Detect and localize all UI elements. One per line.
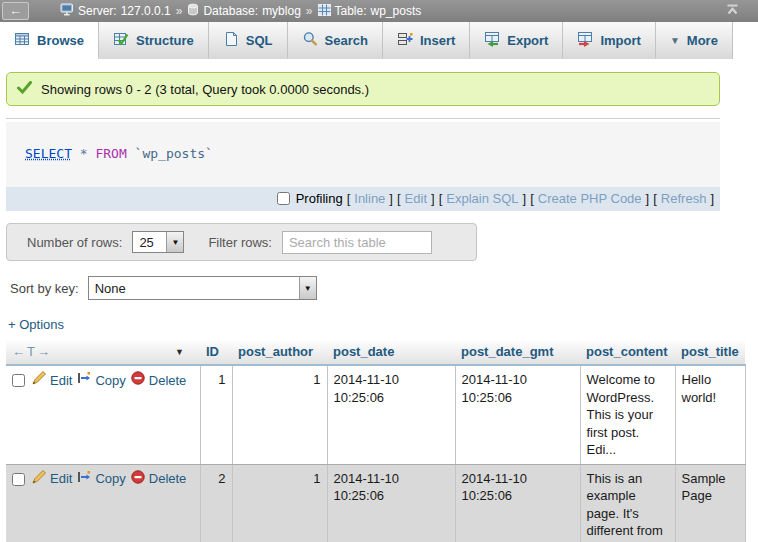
breadcrumb-database-link[interactable]: Database: myblog [187, 3, 300, 19]
sort-by-key-row: Sort by key: None ▼ [10, 276, 758, 300]
column-header-post-title: post_title [675, 339, 745, 365]
collapse-panel-button[interactable] [725, 3, 740, 19]
pencil-icon [32, 470, 46, 489]
column-header-id: ID [200, 339, 232, 365]
table-header-row: ←T→ ▼ ID post_author post_date post_date… [6, 339, 745, 365]
create-php-code-link[interactable]: Create PHP Code [538, 191, 642, 206]
header-dropdown-icon[interactable]: ▼ [175, 347, 184, 357]
collapse-icon [725, 3, 740, 19]
search-icon [302, 31, 318, 50]
breadcrumb-server-value: 127.0.0.1 [121, 4, 171, 18]
column-header-post-content: post_content [580, 339, 675, 365]
cell-post-content: Welcome to WordPress. This is your first… [580, 365, 675, 464]
bracket: [ [397, 191, 401, 206]
delete-row-link[interactable]: Delete [131, 371, 187, 390]
export-icon [484, 31, 500, 50]
bracket: [ [530, 191, 534, 206]
filter-rows-input[interactable] [282, 231, 432, 254]
breadcrumb: Server: 127.0.0.1 » Database: myblog » T… [60, 3, 725, 19]
copy-link-label: Copy [95, 470, 125, 488]
filter-rows-label: Filter rows: [208, 235, 272, 250]
delete-link-label: Delete [149, 470, 187, 488]
results-table: ←T→ ▼ ID post_author post_date post_date… [6, 339, 746, 542]
sort-by-key-select[interactable]: None ▼ [88, 276, 317, 300]
tab-import[interactable]: Import [563, 22, 655, 59]
tab-structure[interactable]: Structure [99, 22, 209, 59]
tab-label: Insert [420, 33, 455, 48]
column-header-post-date-gmt: post_date_gmt [455, 339, 580, 365]
breadcrumb-table-value: wp_posts [371, 4, 422, 18]
sql-star: * [80, 146, 88, 161]
copy-row-link[interactable]: Copy [77, 470, 125, 489]
cell-post-date: 2014-11-10 10:25:06 [327, 464, 455, 542]
bracket: ] [710, 191, 714, 206]
delete-icon [131, 470, 145, 489]
sort-column-link[interactable]: post_date [333, 344, 394, 359]
copy-row-link[interactable]: Copy [77, 371, 125, 390]
breadcrumb-database-value: myblog [262, 4, 301, 18]
row-actions-cell: Edit Copy Delete [6, 365, 200, 464]
bracket: ] [431, 191, 435, 206]
cell-id: 2 [200, 464, 232, 542]
select-arrow-icon: ▼ [299, 277, 316, 299]
row-actions-cell: Edit Copy Delete [6, 464, 200, 542]
pencil-icon [32, 371, 46, 390]
select-arrow-icon: ▼ [166, 232, 183, 252]
row-checkbox[interactable] [12, 374, 25, 387]
back-button[interactable]: ← [2, 2, 29, 20]
table-tabs: Browse Structure SQL Search Insert Expor… [0, 22, 758, 59]
tab-label: Browse [37, 33, 84, 48]
tab-label: SQL [246, 33, 273, 48]
cell-post-content: This is an example page. It's different … [580, 464, 675, 542]
profiling-checkbox[interactable] [277, 192, 290, 205]
section-divider [6, 118, 720, 119]
tab-label: Structure [136, 33, 194, 48]
browse-table-icon [14, 31, 30, 50]
delete-row-link[interactable]: Delete [131, 470, 187, 489]
tab-label: Export [507, 33, 548, 48]
cell-post-title: Sample Page [675, 464, 745, 542]
edit-query-link[interactable]: Edit [405, 191, 427, 206]
tab-label: More [687, 33, 718, 48]
sql-keyword-select-link[interactable]: SELECT [25, 146, 72, 161]
profiling-label: Profiling [296, 191, 343, 206]
sort-column-link[interactable]: post_date_gmt [461, 344, 553, 359]
tab-more[interactable]: ▼ More [656, 22, 733, 59]
edit-row-link[interactable]: Edit [32, 371, 72, 390]
tab-search[interactable]: Search [288, 22, 383, 59]
sort-column-link[interactable]: ID [206, 344, 219, 359]
refresh-link[interactable]: Refresh [661, 191, 707, 206]
breadcrumb-database-label: Database: [203, 4, 258, 18]
tab-insert[interactable]: Insert [383, 22, 470, 59]
bracket: ] [646, 191, 650, 206]
cell-post-date: 2014-11-10 10:25:06 [327, 365, 455, 464]
delete-link-label: Delete [149, 372, 187, 390]
tab-export[interactable]: Export [470, 22, 563, 59]
tab-browse[interactable]: Browse [0, 22, 99, 59]
bracket: ] [389, 191, 393, 206]
breadcrumb-server-link[interactable]: Server: 127.0.0.1 [60, 3, 171, 19]
inline-edit-link[interactable]: Inline [354, 191, 385, 206]
sql-query-box: SELECT * FROM `wp_posts` [6, 122, 720, 187]
edit-link-label: Edit [50, 372, 72, 390]
sql-table-identifier: `wp_posts` [135, 146, 213, 161]
column-nav-control[interactable]: ←T→ [12, 344, 52, 359]
bracket: ] [523, 191, 527, 206]
breadcrumb-table-link[interactable]: Table: wp_posts [318, 4, 422, 19]
row-checkbox[interactable] [12, 473, 25, 486]
tab-label: Search [325, 33, 368, 48]
options-toggle-link[interactable]: + Options [8, 317, 64, 332]
edit-row-link[interactable]: Edit [32, 470, 72, 489]
sort-by-key-label: Sort by key: [10, 281, 79, 296]
tab-sql[interactable]: SQL [209, 22, 288, 59]
cell-post-author: 1 [232, 464, 327, 542]
table-row: Edit Copy Delete 1 1 2014-11-10 10:25:06… [6, 365, 745, 464]
rows-count-select[interactable]: 25 ▼ [132, 231, 184, 253]
rows-filter-panel: Number of rows: 25 ▼ Filter rows: [6, 223, 477, 261]
import-icon [577, 31, 593, 50]
cell-post-date-gmt: 2014-11-10 10:25:06 [455, 464, 580, 542]
explain-sql-link[interactable]: Explain SQL [446, 191, 518, 206]
sort-column-link[interactable]: post_author [238, 344, 313, 359]
sort-column-link[interactable]: post_content [586, 344, 668, 359]
sort-column-link[interactable]: post_title [681, 344, 739, 359]
